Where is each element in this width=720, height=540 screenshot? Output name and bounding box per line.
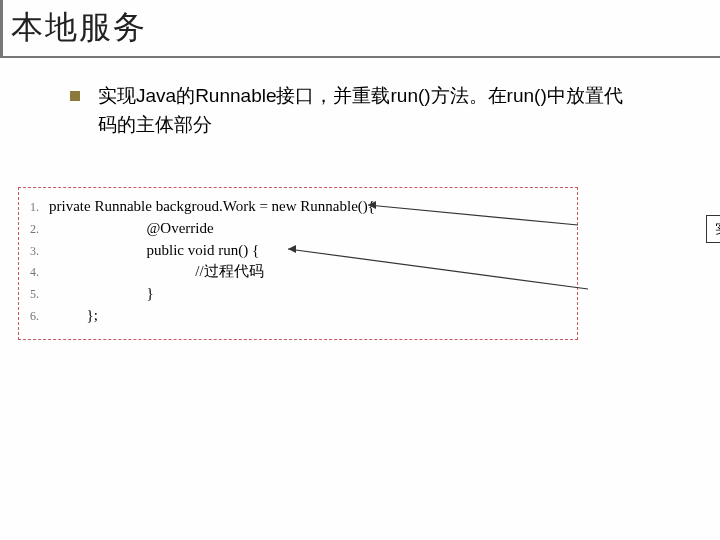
- code-text: private Runnable backgroud.Work = new Ru…: [49, 196, 375, 218]
- line-number: 6.: [25, 308, 49, 325]
- code-line: 6. };: [25, 305, 567, 327]
- slide-title-bar: 本地服务: [0, 0, 720, 58]
- code-text: };: [49, 305, 98, 327]
- code-text: @Override: [49, 218, 214, 240]
- bullet-square-icon: [70, 91, 80, 101]
- code-container: 1. private Runnable backgroud.Work = new…: [18, 187, 702, 340]
- text-segment: 实现Java的: [98, 85, 195, 106]
- text-runnable: Runnable: [195, 85, 276, 106]
- slide-title: 本地服务: [11, 6, 720, 50]
- code-line: 5. }: [25, 283, 567, 305]
- line-number: 3.: [25, 243, 49, 260]
- code-line: 4. //过程代码: [25, 261, 567, 283]
- bullet-text: 实现Java的Runnable接口，并重载run()方法。在run()中放置代码…: [98, 82, 630, 139]
- line-number: 4.: [25, 264, 49, 281]
- line-number: 1.: [25, 199, 49, 216]
- code-line: 1. private Runnable backgroud.Work = new…: [25, 196, 567, 218]
- callout-implement-runnable: 实现Runable接口: [706, 215, 720, 243]
- code-text: }: [49, 283, 154, 305]
- code-line: 2. @Override: [25, 218, 567, 240]
- code-block: 1. private Runnable backgroud.Work = new…: [18, 187, 578, 340]
- line-number: 5.: [25, 286, 49, 303]
- line-number: 2.: [25, 221, 49, 238]
- code-line: 3. public void run() {: [25, 240, 567, 262]
- code-text: public void run() {: [49, 240, 259, 262]
- text-segment: 接口，并重载: [276, 85, 390, 106]
- bullet-item: 实现Java的Runnable接口，并重载run()方法。在run()中放置代码…: [70, 82, 630, 139]
- code-text: //过程代码: [49, 261, 264, 283]
- text-runfunc: run(): [390, 85, 430, 106]
